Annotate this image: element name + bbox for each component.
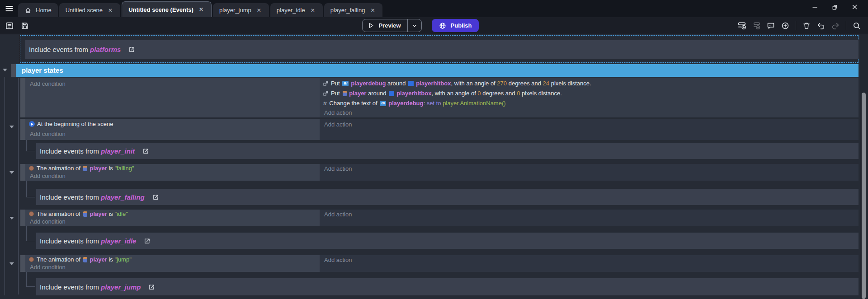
scrollbar-thumb[interactable] (862, 93, 866, 299)
add-action-placeholder[interactable]: Add action (324, 211, 352, 218)
object-name: playerhitbox (396, 90, 431, 97)
object-name: player (90, 210, 107, 217)
actions-cell[interactable]: Add action (320, 164, 859, 181)
tab-untitled-scene-events[interactable]: Untitled scene (Events) ✕ (122, 1, 212, 17)
add-action-placeholder[interactable]: Add action (324, 121, 352, 128)
main-menu-icon[interactable] (0, 0, 18, 17)
divider (796, 21, 796, 30)
preview-main[interactable]: Preview (363, 19, 407, 32)
close-tab-icon[interactable]: ✕ (198, 5, 205, 14)
add-action-placeholder[interactable]: Add action (324, 165, 352, 172)
redo-icon[interactable] (830, 20, 841, 32)
include-event-row-player-jump[interactable]: Include events from player_jump (36, 278, 859, 295)
condition-row[interactable]: The animation of player is "idle" (29, 210, 128, 217)
include-prefix: Include events from (29, 46, 90, 53)
include-link[interactable]: player_init (101, 147, 135, 155)
tab-untitled-scene[interactable]: Untitled scene ✕ (59, 3, 120, 17)
restore-button[interactable] (825, 0, 844, 14)
collapse-event-arrow-icon[interactable] (9, 262, 14, 265)
event-drag-handle[interactable] (20, 78, 25, 117)
include-event-row-platforms[interactable]: Include events from platforms (25, 40, 859, 59)
save-icon[interactable] (19, 20, 31, 32)
event-drag-handle[interactable] (20, 119, 25, 140)
tab-label: Untitled scene (66, 7, 103, 14)
conditions-cell[interactable]: The animation of player is "idle" Add co… (25, 210, 320, 226)
conditions-cell[interactable]: At the beginning of the scene Add condit… (25, 119, 320, 140)
indent-guide (26, 151, 35, 151)
action-row[interactable]: tt Change the text of Bi playerdebug : s… (323, 100, 506, 107)
add-event-icon[interactable] (736, 20, 748, 32)
add-action-placeholder[interactable]: Add action (324, 109, 352, 116)
include-link[interactable]: platforms (90, 46, 121, 53)
close-tab-icon[interactable]: ✕ (309, 6, 316, 14)
close-tab-icon[interactable]: ✕ (369, 6, 376, 14)
actions-cell[interactable]: Add action (320, 210, 859, 226)
tab-player-falling[interactable]: player_falling ✕ (324, 3, 383, 17)
conditions-cell[interactable]: Add condition (25, 78, 320, 117)
preview-button[interactable]: Preview (362, 19, 421, 32)
add-subevent-icon[interactable] (750, 20, 762, 32)
collapse-event-arrow-icon[interactable] (9, 171, 14, 174)
add-condition-placeholder[interactable]: Add condition (30, 218, 66, 225)
angle-value: 270 (497, 80, 507, 87)
include-event-row-player-idle[interactable]: Include events from player_idle (36, 233, 859, 249)
project-manager-icon[interactable] (4, 20, 15, 32)
event-drag-handle[interactable] (20, 210, 25, 226)
include-event-row-player-falling[interactable]: Include events from player_falling (36, 189, 859, 205)
actions-cell[interactable]: Put Bi playerdebug around playerhitbox ,… (320, 78, 859, 117)
tab-home[interactable]: Home (18, 3, 58, 17)
collapse-group-arrow-icon[interactable] (3, 69, 7, 71)
delete-icon[interactable] (801, 20, 812, 32)
condition-row[interactable]: The animation of player is "jump" (29, 256, 132, 263)
indent-guide (5, 77, 5, 295)
conditions-cell[interactable]: The animation of player is "falling" Add… (25, 164, 320, 181)
condition-row[interactable]: At the beginning of the scene (29, 121, 113, 127)
group-drag-handle[interactable] (11, 64, 16, 77)
indent-guide (26, 241, 35, 241)
object-name: player (90, 165, 107, 172)
divider (846, 21, 846, 30)
events-sheet: Include events from platforms player sta… (0, 34, 868, 299)
open-external-icon[interactable] (143, 237, 151, 245)
preview-options-chevron-icon[interactable] (408, 19, 421, 32)
actions-cell[interactable]: Add action (320, 119, 859, 140)
actions-cell[interactable]: Add action (320, 255, 859, 272)
include-link[interactable]: player_falling (101, 193, 145, 201)
include-link[interactable]: player_idle (101, 237, 136, 245)
event-drag-handle[interactable] (20, 255, 25, 272)
toolbar-center: Preview Publish (108, 19, 732, 32)
publish-button[interactable]: Publish (432, 19, 479, 32)
add-comment-icon[interactable] (765, 20, 777, 32)
collapse-event-arrow-icon[interactable] (9, 217, 14, 220)
indent-guide (26, 140, 27, 151)
open-external-icon[interactable] (152, 193, 160, 201)
close-tab-icon[interactable]: ✕ (107, 6, 114, 14)
minimize-button[interactable] (805, 0, 825, 14)
add-condition-placeholder[interactable]: Add condition (30, 173, 66, 179)
tab-player-jump[interactable]: player_jump ✕ (213, 3, 269, 17)
add-circle-icon[interactable] (779, 20, 791, 32)
open-external-icon[interactable] (142, 147, 150, 155)
undo-icon[interactable] (815, 20, 827, 32)
conditions-cell[interactable]: The animation of player is "jump" Add co… (25, 255, 320, 272)
open-external-icon[interactable] (128, 46, 136, 53)
collapse-event-arrow-icon[interactable] (9, 126, 14, 128)
add-condition-placeholder[interactable]: Add condition (30, 131, 66, 137)
event-drag-handle[interactable] (20, 164, 25, 181)
indent-guide (26, 286, 35, 287)
include-event-row-player-init[interactable]: Include events from player_init (36, 143, 859, 159)
action-row[interactable]: Put Bi playerdebug around playerhitbox ,… (323, 80, 591, 87)
add-condition-placeholder[interactable]: Add condition (30, 80, 66, 87)
group-header[interactable]: player states (16, 64, 859, 77)
close-button[interactable] (844, 0, 864, 14)
add-condition-placeholder[interactable]: Add condition (30, 264, 66, 271)
action-row[interactable]: Put player around playerhitbox , with an… (323, 90, 562, 97)
close-tab-icon[interactable]: ✕ (255, 6, 263, 14)
include-link[interactable]: player_jump (101, 283, 141, 291)
condition-row[interactable]: The animation of player is "falling" (29, 165, 134, 172)
add-action-placeholder[interactable]: Add action (324, 257, 352, 263)
tab-player-idle[interactable]: player_idle ✕ (270, 3, 323, 17)
open-external-icon[interactable] (148, 283, 156, 291)
animation-value: "idle" (114, 210, 127, 217)
search-icon[interactable] (851, 20, 863, 32)
